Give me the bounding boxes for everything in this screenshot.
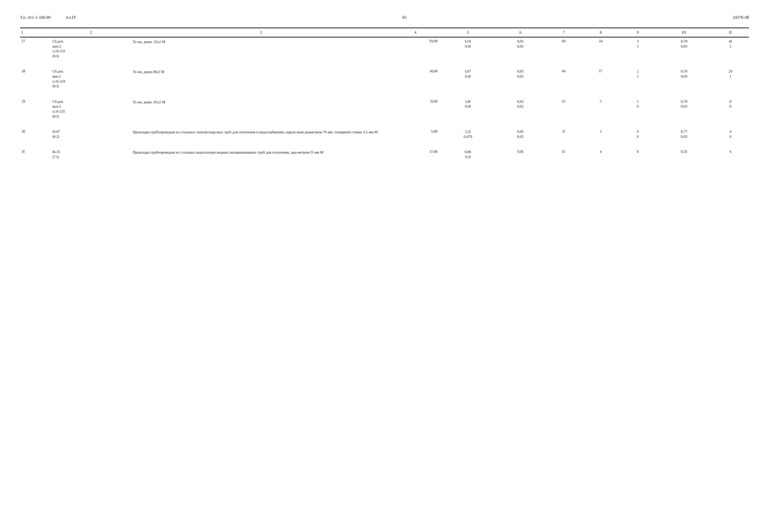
- row-col9: 00: [619, 128, 656, 141]
- row-col9: 3I: [619, 37, 656, 60]
- header-page-ref: 65: [402, 15, 407, 20]
- row-col9: I0: [619, 98, 656, 120]
- row-col11: 6: [712, 148, 749, 161]
- row-ref: Сб.доп. вып.2 п.16-234 (8-I): [51, 68, 131, 90]
- col-header-5: 5: [440, 28, 496, 37]
- table-row: 28Сб.доп. вып.2 п.16-234 (8-I)То же, диа…: [20, 68, 749, 90]
- row-col10: 0,700,03: [656, 98, 712, 120]
- row-col4: 59,00: [391, 37, 440, 60]
- row-col9: 2I: [619, 68, 656, 90]
- row-col9: 0: [619, 148, 656, 161]
- row-col7: II: [545, 128, 582, 141]
- row-description: То же, диам. 32x2 М: [131, 37, 391, 60]
- row-ref: Сб.доп. вып.2 п.16-235 (8-I): [51, 98, 131, 120]
- row-col10: 0,35: [656, 148, 712, 161]
- row-col8: 24: [582, 37, 619, 60]
- row-col7: 44: [545, 68, 582, 90]
- row-col5: 2,2I0,470: [440, 128, 496, 141]
- row-col4: I7,00: [391, 148, 440, 161]
- row-id: 27: [20, 37, 51, 60]
- row-id: 3I: [20, 148, 51, 161]
- header-left: Т.п. 411-1-160.90 Ал.IУ: [20, 15, 76, 20]
- row-col4: 5,00: [391, 128, 440, 141]
- row-ref: Сб.доп. вып.2 п.16-233 (8-I): [51, 37, 131, 60]
- row-col6: 0,050,02: [496, 37, 545, 60]
- header-doc-number: 24376-05: [733, 15, 749, 20]
- row-description: Прокладка трубопроводов из стальных элек…: [131, 128, 391, 141]
- row-col11: 4I2: [712, 37, 749, 60]
- row-description: То же, диам. 45x2 М: [131, 98, 391, 120]
- row-col8: 4: [582, 148, 619, 161]
- row-description: Прокладка трубопроводов из стальных водо…: [131, 148, 391, 161]
- row-col11: 29I: [712, 68, 749, 90]
- row-id: 28: [20, 68, 51, 90]
- row-col8: 5: [582, 98, 619, 120]
- table-header-row: I 2 3 4 5 6 7 8 9 IO II: [20, 28, 749, 37]
- table-row: 29Сб.доп. вып.2 п.16-235 (8-I)То же, диа…: [20, 98, 749, 120]
- header-section: Ал.IУ: [66, 15, 76, 20]
- main-table: I 2 3 4 5 6 7 8 9 IO II 27Сб.доп. вып.2 …: [20, 28, 749, 161]
- row-id: 30: [20, 128, 51, 141]
- table-row: 27Сб.доп. вып.2 п.16-233 (8-I)То же, диа…: [20, 37, 749, 60]
- row-col5: I,OI0,4I: [440, 37, 496, 60]
- page-number: 7: [747, 15, 749, 20]
- table-row: 3II6-35 (7-I)Прокладка трубопроводов из …: [20, 148, 749, 161]
- header-code: Т.п. 411-1-160.90: [20, 15, 51, 20]
- row-col4: 4I,00: [391, 68, 440, 90]
- row-col5: 0,860,2I: [440, 148, 496, 161]
- row-ref: I6-67 (8-2): [51, 128, 131, 141]
- col-header-2: 2: [51, 28, 131, 37]
- row-col10: 0,700,03: [656, 68, 712, 90]
- header-center: 65: [402, 15, 407, 20]
- table-row: 30I6-67 (8-2)Прокладка трубопроводов из …: [20, 128, 749, 141]
- row-col8: I7: [582, 68, 619, 90]
- col-header-7: 7: [545, 28, 582, 37]
- col-header-10: IO: [656, 28, 712, 37]
- row-id: 29: [20, 98, 51, 120]
- row-description: То же, диам.38x2 М: [131, 68, 391, 90]
- row-col6: 0,050,02: [496, 128, 545, 141]
- col-header-8: 8: [582, 28, 619, 37]
- col-header-6: 6: [496, 28, 545, 37]
- row-col6: 0,0I: [496, 148, 545, 161]
- row-col6: 0,050,02: [496, 98, 545, 120]
- row-col10: 0,770,03: [656, 128, 712, 141]
- row-col10: 0,700,03: [656, 37, 712, 60]
- row-col4: II,00: [391, 98, 440, 120]
- row-col11: 80: [712, 98, 749, 120]
- row-col7: I3: [545, 98, 582, 120]
- col-header-4: 4: [391, 28, 440, 37]
- row-col7: I5: [545, 148, 582, 161]
- col-header-3: 3: [131, 28, 391, 37]
- col-header-1: I: [20, 28, 51, 37]
- row-col11: 40: [712, 128, 749, 141]
- col-header-11: II: [712, 28, 749, 37]
- col-header-9: 9: [619, 28, 656, 37]
- row-col5: I,I80,4I: [440, 98, 496, 120]
- row-col5: I,070,4I: [440, 68, 496, 90]
- header-right: 24376-05: [733, 15, 749, 20]
- row-col8: 2: [582, 128, 619, 141]
- row-col7: 60: [545, 37, 582, 60]
- row-ref: I6-35 (7-I): [51, 148, 131, 161]
- row-col6: 0,050,02: [496, 68, 545, 90]
- page-header: Т.п. 411-1-160.90 Ал.IУ 65 24376-05: [20, 15, 749, 20]
